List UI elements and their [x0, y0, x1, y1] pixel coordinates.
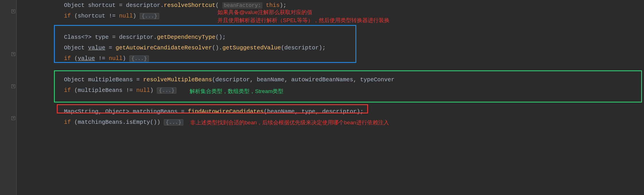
variable: value	[78, 55, 95, 62]
fold-marker[interactable]	[11, 116, 15, 120]
method-call: resolveMultipleBeans	[143, 76, 212, 83]
code-text: =	[105, 45, 116, 51]
keyword: if	[64, 119, 71, 126]
keyword: null	[136, 87, 150, 94]
fold-marker[interactable]	[11, 52, 15, 56]
keyword: null	[119, 13, 133, 19]
variable: value	[88, 45, 105, 51]
keyword: if	[64, 87, 71, 94]
code-text: (descriptor);	[281, 45, 326, 51]
code-text: (	[71, 55, 78, 62]
code-line[interactable]: Class<?> type = descriptor.getDependency…	[17, 32, 644, 43]
code-text: ();	[215, 34, 226, 40]
method-call: resolveShortcut	[164, 2, 215, 9]
code-line[interactable]: Object multipleBeans = resolveMultipleBe…	[17, 74, 644, 85]
keyword: null	[109, 55, 122, 62]
method-call: findAutowireCandidates	[188, 108, 264, 115]
code-text: )	[133, 13, 140, 19]
code-text: (shortcut !=	[71, 13, 119, 19]
code-text: !=	[95, 55, 109, 62]
method-call: getDependencyType	[157, 34, 215, 40]
code-text: Object shortcut = descriptor.	[64, 2, 164, 9]
code-text: )	[122, 55, 129, 62]
code-text: (beanName, type, descriptor);	[264, 108, 363, 115]
fold-marker[interactable]	[11, 84, 15, 88]
code-text: Object	[64, 45, 88, 51]
editor-gutter	[0, 0, 17, 195]
code-content[interactable]: Object shortcut = descriptor.resolveShor…	[17, 0, 644, 195]
code-line[interactable]	[17, 96, 644, 106]
code-line[interactable]	[17, 64, 644, 74]
annotation-text: 非上述类型找到合适的bean，后续会根据优先级来决定使用哪个bean进行依赖注入	[190, 117, 389, 128]
code-line[interactable]: Map<String, Object> matchingBeans = find…	[17, 106, 644, 117]
code-line[interactable]: Object value = getAutowireCandidateResol…	[17, 43, 644, 53]
code-line[interactable]: Object shortcut = descriptor.resolveShor…	[17, 0, 644, 11]
code-line[interactable]: if (value != null) {...}	[17, 53, 644, 64]
keyword: if	[64, 55, 71, 62]
code-text: (descriptor, beanName, autowiredBeanName…	[212, 76, 394, 83]
code-fold[interactable]: {...}	[129, 55, 149, 62]
method-call: getSuggestedValue	[222, 45, 281, 51]
keyword: if	[64, 13, 71, 19]
method-call: getAutowireCandidateResolver	[116, 45, 212, 51]
code-fold[interactable]: {...}	[140, 13, 159, 19]
code-line[interactable]: if (multipleBeans != null) {...}	[17, 85, 644, 96]
code-fold[interactable]: {...}	[157, 87, 176, 94]
code-text: ().	[212, 45, 222, 51]
annotation-text: 解析集合类型，数组类型，Stream类型	[190, 86, 283, 96]
code-text: Object multipleBeans =	[64, 76, 143, 83]
fold-marker[interactable]	[11, 9, 15, 13]
code-editor: Object shortcut = descriptor.resolveShor…	[0, 0, 644, 195]
code-text: )	[150, 87, 157, 94]
code-text: (multipleBeans !=	[71, 87, 136, 94]
code-fold[interactable]: {...}	[164, 119, 183, 126]
annotation-text: 并且使用解析器进行解析（SPEL等等），然后使用类型转换器进行装换	[217, 15, 390, 26]
code-text: Map<String, Object> matchingBeans =	[64, 108, 188, 115]
code-text: (matchingBeans.isEmpty())	[71, 119, 164, 126]
code-text: Class<?> type = descriptor.	[64, 34, 157, 40]
